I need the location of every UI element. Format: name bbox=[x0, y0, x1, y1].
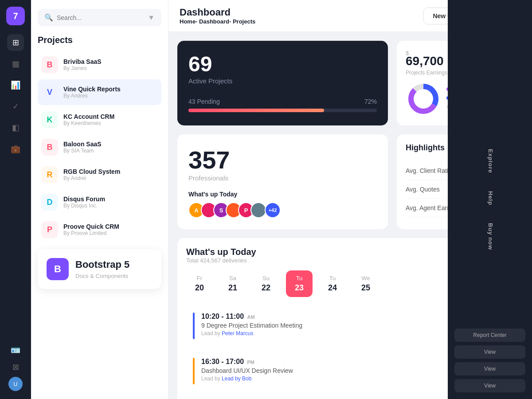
nav-chart[interactable]: 📊 bbox=[7, 77, 24, 94]
project-item-proove[interactable]: P Proove Quick CRM By Proove Limited bbox=[38, 217, 161, 243]
hero-avatar-5 bbox=[250, 202, 266, 218]
search-input[interactable] bbox=[57, 14, 144, 21]
help-tab[interactable]: Help bbox=[481, 182, 499, 214]
highlight-label: Avg. Quotes bbox=[406, 186, 440, 193]
event-name: 9 Degree Project Estimation Meeting bbox=[201, 322, 302, 329]
event-time: 10:20 - 11:00 AM bbox=[201, 313, 302, 321]
buy-now-tab[interactable]: Buy now bbox=[481, 214, 499, 259]
calendar-day-20[interactable]: Fr20 bbox=[186, 270, 213, 297]
explore-tab[interactable]: Explore bbox=[481, 140, 499, 182]
view-button-1[interactable]: View bbox=[454, 345, 525, 359]
project-logo-kc: K bbox=[41, 111, 58, 128]
event-details: 10:20 - 11:00 AM 9 Degree Project Estima… bbox=[201, 313, 302, 336]
event-lead-link[interactable]: Lead by Bob bbox=[222, 376, 251, 382]
nav-dashboard[interactable]: ⊞ bbox=[7, 34, 24, 51]
calendar-day-21[interactable]: Sa21 bbox=[219, 270, 246, 297]
project-item-rgb[interactable]: R RGB Cloud System By Andrei bbox=[38, 162, 161, 188]
day-name: Tu bbox=[293, 275, 306, 282]
active-projects-card: 69 Active Projects 43 Pending 72% bbox=[177, 41, 388, 125]
project-info-vine: Vine Quick Reports By Andres bbox=[63, 86, 121, 99]
heroes-section: What's up Today ASP+42 bbox=[188, 191, 377, 218]
report-center-button[interactable]: Report Center bbox=[454, 329, 525, 342]
calendar-day-25[interactable]: We25 bbox=[352, 270, 379, 297]
active-projects-bottom: 43 Pending 72% bbox=[188, 98, 377, 112]
project-name-vine: Vine Quick Reports bbox=[63, 86, 121, 93]
project-logo-proove: P bbox=[41, 221, 58, 238]
right-overlay: Explore Help Buy now Report Center View … bbox=[448, 0, 532, 399]
event-border bbox=[193, 358, 195, 384]
project-item-baloon[interactable]: B Baloon SaaS By SIA Team bbox=[38, 134, 161, 160]
breadcrumb-home: Home- bbox=[180, 18, 197, 25]
donut-chart bbox=[406, 81, 441, 117]
project-item-vine[interactable]: V Vine Quick Reports By Andres bbox=[38, 79, 161, 105]
event-name: Dashboard UI/UX Design Review bbox=[201, 367, 293, 374]
earnings-amount: 69,700 bbox=[406, 54, 444, 68]
nav-user-avatar[interactable]: U bbox=[7, 376, 24, 392]
calendar-day-23[interactable]: Tu23 bbox=[286, 270, 313, 297]
nav-layers[interactable]: ◧ bbox=[7, 119, 24, 136]
nav-grid[interactable]: ▦ bbox=[7, 55, 24, 72]
projects-list: B Briviba SaaS By James V Vine Quick Rep… bbox=[38, 52, 161, 243]
day-num: 20 bbox=[193, 283, 206, 293]
project-by-rgb: By Andrei bbox=[63, 175, 120, 181]
projects-title: Projects bbox=[38, 35, 161, 45]
active-projects-label: Active Projects bbox=[188, 77, 377, 85]
filter-icon[interactable]: ▼ bbox=[148, 14, 155, 22]
breadcrumb-current: Projects bbox=[233, 18, 255, 25]
day-num: 21 bbox=[226, 283, 239, 293]
nav-briefcase[interactable]: 💼 bbox=[7, 141, 24, 157]
docs-link[interactable]: Docs & Components bbox=[75, 273, 129, 279]
progress-bar-bg bbox=[188, 109, 377, 112]
project-logo-disqus: D bbox=[41, 194, 58, 211]
project-name-rgb: RGB Cloud System bbox=[63, 168, 120, 175]
event-lead-link[interactable]: Peter Marcus bbox=[222, 330, 253, 336]
event-lead: Lead by Lead by Bob bbox=[201, 376, 293, 382]
breadcrumb-mid: Dashboard- bbox=[199, 18, 231, 25]
event-details: 16:30 - 17:00 PM Dashboard UI/UX Design … bbox=[201, 358, 293, 382]
project-name-briviba: Briviba SaaS bbox=[63, 58, 102, 65]
project-by-briviba: By James bbox=[63, 65, 102, 71]
nav-card[interactable]: 🪪 bbox=[7, 342, 24, 359]
event-time: 16:30 - 17:00 PM bbox=[201, 358, 293, 366]
sidebar-icons: 7 ⊞ ▦ 📊 ✓ ◧ 💼 🪪 ⊠ U bbox=[0, 0, 31, 399]
page-title: Dashboard bbox=[180, 7, 255, 18]
bootstrap-logo: B bbox=[47, 258, 69, 280]
bootstrap-title: Bootstrap 5 bbox=[75, 259, 129, 270]
project-info-rgb: RGB Cloud System By Andrei bbox=[63, 168, 120, 181]
projects-panel: 🔍 ▼ Projects B Briviba SaaS By James V V… bbox=[31, 0, 168, 399]
nav-grid-small[interactable]: ⊠ bbox=[7, 359, 24, 376]
ap-pending: 43 Pending 72% bbox=[188, 98, 377, 105]
header-left: Dashboard Home- Dashboard- Projects bbox=[180, 7, 255, 25]
project-logo-baloon: B bbox=[41, 139, 58, 156]
project-info-disqus: Disqus Forum By Disqus Inc. bbox=[63, 196, 105, 209]
heroes-label: What's up Today bbox=[188, 191, 377, 198]
breadcrumb: Home- Dashboard- Projects bbox=[180, 18, 255, 25]
search-icon: 🔍 bbox=[44, 13, 53, 22]
day-name: Tu bbox=[326, 275, 339, 282]
heroes-more: +42 bbox=[265, 202, 281, 218]
view-button-3[interactable]: View bbox=[454, 379, 525, 392]
progress-bar-fill bbox=[188, 109, 324, 112]
project-by-disqus: By Disqus Inc. bbox=[63, 203, 105, 209]
event-ampm: PM bbox=[247, 360, 255, 365]
project-info-kc: KC Account CRM By Keenthemes bbox=[63, 113, 114, 126]
project-name-proove: Proove Quick CRM bbox=[63, 223, 119, 230]
nav-check[interactable]: ✓ bbox=[7, 98, 24, 115]
project-item-kc[interactable]: K KC Account CRM By Keenthemes bbox=[38, 107, 161, 133]
professionals-label: Professionals bbox=[188, 174, 377, 182]
project-item-disqus[interactable]: D Disqus Forum By Disqus Inc. bbox=[38, 189, 161, 215]
day-num: 25 bbox=[359, 283, 372, 293]
day-num: 23 bbox=[293, 283, 306, 293]
active-projects-number: 69 bbox=[188, 52, 377, 76]
event-ampm: AM bbox=[247, 314, 255, 320]
calendar-day-22[interactable]: Su22 bbox=[253, 270, 279, 297]
project-item-briviba[interactable]: B Briviba SaaS By James bbox=[38, 52, 161, 78]
bootstrap-card: B Bootstrap 5 Docs & Components bbox=[38, 249, 161, 289]
search-bar[interactable]: 🔍 ▼ bbox=[38, 9, 161, 26]
view-button-2[interactable]: View bbox=[454, 362, 525, 376]
user-avatar[interactable]: 7 bbox=[6, 7, 25, 25]
professionals-card: 357 Professionals What's up Today ASP+42 bbox=[177, 134, 388, 229]
project-logo-vine: V bbox=[41, 84, 58, 101]
calendar-day-24[interactable]: Tu24 bbox=[319, 270, 346, 297]
project-by-baloon: By SIA Team bbox=[63, 148, 102, 154]
